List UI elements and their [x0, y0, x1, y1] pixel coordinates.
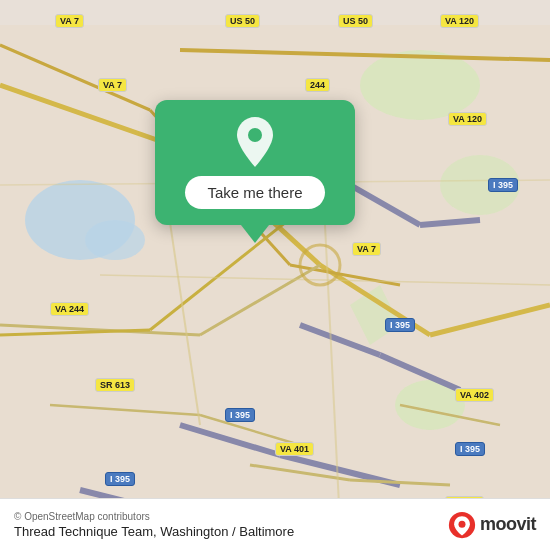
osm-attribution: © OpenStreetMap contributors — [14, 511, 294, 522]
road-badge-va7-w: VA 7 — [98, 78, 127, 92]
moovit-logo-icon — [448, 511, 476, 539]
take-me-there-button[interactable]: Take me there — [185, 176, 324, 209]
moovit-logo: moovit — [448, 511, 536, 539]
svg-point-36 — [248, 128, 262, 142]
road-badge-va7-mid: VA 7 — [352, 242, 381, 256]
location-icon-wrap — [231, 118, 279, 166]
road-badge-us50-n: US 50 — [225, 14, 260, 28]
road-badge-i395-botright: I 395 — [455, 442, 485, 456]
road-badge-i395-sw: I 395 — [105, 472, 135, 486]
location-label: Thread Technique Team, Washington / Balt… — [14, 524, 294, 539]
road-badge-va244-left: VA 244 — [50, 302, 89, 316]
road-badge-va120-top: VA 120 — [440, 14, 479, 28]
map-background — [0, 0, 550, 550]
road-badge-244: 244 — [305, 78, 330, 92]
bottom-left: © OpenStreetMap contributors Thread Tech… — [14, 511, 294, 539]
road-badge-i395-mid: I 395 — [385, 318, 415, 332]
bottom-bar: © OpenStreetMap contributors Thread Tech… — [0, 498, 550, 550]
svg-point-1 — [360, 50, 480, 120]
road-badge-va401: VA 401 — [275, 442, 314, 456]
road-badge-i395-ne: I 395 — [488, 178, 518, 192]
popup-card: Take me there — [155, 100, 355, 225]
road-badge-va402: VA 402 — [455, 388, 494, 402]
svg-point-38 — [458, 520, 465, 527]
road-badge-va7-nw: VA 7 — [55, 14, 84, 28]
moovit-text: moovit — [480, 514, 536, 535]
road-badge-sr613: SR 613 — [95, 378, 135, 392]
road-badge-i395-bot: I 395 — [225, 408, 255, 422]
map-container: VA 7 US 50 US 50 VA 120 VA 7 244 VA 120 … — [0, 0, 550, 550]
road-badge-va120-e: VA 120 — [448, 112, 487, 126]
road-badge-us50-ne: US 50 — [338, 14, 373, 28]
svg-point-6 — [85, 220, 145, 260]
